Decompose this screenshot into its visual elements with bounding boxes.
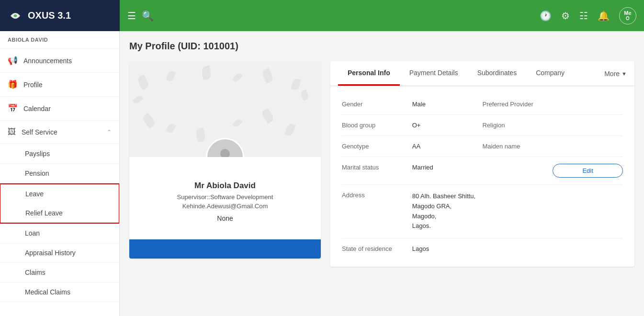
sidebar-item-leave[interactable]: Leave: [0, 184, 119, 203]
sidebar-item-claims-label: Claims: [25, 269, 45, 276]
detail-row-state-of-residence: State of residence Lagos: [342, 238, 623, 259]
person-icon: [213, 145, 237, 157]
page-title: My Profile (UID: 101001): [129, 41, 634, 52]
sidebar-item-leave-label: Leave: [25, 190, 44, 198]
brand: OXUS 3.1: [0, 0, 120, 31]
profile-icon: 🎁: [8, 79, 18, 90]
tab-more[interactable]: More ▼: [604, 62, 627, 85]
label-maiden-name: Maiden name: [483, 143, 553, 150]
sidebar-item-profile-label: Profile: [23, 81, 112, 89]
cards-row: Mr Abiola David Supervisor::Software Dev…: [129, 61, 634, 267]
label-religion: Religion: [483, 122, 553, 129]
label-state-of-residence: State of residence: [342, 245, 412, 252]
sidebar-user-name: ABIOLA DAVID: [0, 31, 119, 49]
sidebar-item-payslips[interactable]: Payslips: [0, 144, 119, 164]
tab-payment-details[interactable]: Payment Details: [400, 61, 468, 86]
label-preferred-provider: Preferred Provider: [483, 101, 553, 108]
self-service-icon: 🖼: [8, 127, 16, 137]
sidebar-item-medical-claims[interactable]: Medical Claims: [0, 282, 119, 302]
value-blood-group: O+: [412, 122, 483, 129]
value-address: 80 Alh. Basheer Shittu,Magodo GRA,Magodo…: [412, 192, 483, 231]
detail-row-address: Address 80 Alh. Basheer Shittu,Magodo GR…: [342, 185, 623, 238]
detail-row-genotype: Genotype AA Maiden name: [342, 136, 623, 157]
value-gender: Male: [412, 101, 483, 108]
header-actions: 🕐 ⚙ ☷ 🔔 Me O: [540, 7, 636, 24]
svg-point-0: [220, 149, 230, 157]
sidebar-item-loan[interactable]: Loan: [0, 224, 119, 243]
app-header: OXUS 3.1 ☰ 🔍 🕐 ⚙ ☷ 🔔 Me O: [0, 0, 644, 31]
profile-card: Mr Abiola David Supervisor::Software Dev…: [129, 61, 321, 259]
label-gender: Gender: [342, 101, 412, 108]
sidebar-item-profile[interactable]: 🎁 Profile: [0, 73, 119, 97]
profile-action-bar: [129, 239, 321, 259]
profile-status: None: [139, 214, 311, 222]
grid-icon[interactable]: ☷: [579, 10, 588, 22]
sidebar-item-medical-claims-label: Medical Claims: [25, 288, 70, 296]
edit-button[interactable]: Edit: [553, 164, 623, 178]
brand-name: OXUS 3.1: [28, 10, 71, 21]
self-service-chevron-icon: ⌃: [107, 129, 112, 135]
sidebar-item-self-service[interactable]: 🖼 Self Service ⌃: [0, 121, 119, 144]
label-address: Address: [342, 192, 412, 199]
clock-icon[interactable]: 🕐: [540, 10, 552, 22]
tab-personal-info[interactable]: Personal Info: [338, 61, 400, 86]
sidebar-item-calendar-label: Calendar: [23, 105, 112, 113]
value-genotype: AA: [412, 143, 483, 150]
value-marital-status: Married: [412, 164, 483, 171]
sidebar-item-announcements-label: Announcements: [23, 57, 112, 65]
detail-row-marital-status: Marital status Married Edit: [342, 157, 623, 185]
sidebar-item-relief-leave-label: Relief Leave: [25, 209, 63, 217]
search-icon[interactable]: 🔍: [142, 10, 154, 22]
bell-icon[interactable]: 🔔: [598, 10, 610, 22]
profile-info: Mr Abiola David Supervisor::Software Dev…: [129, 157, 321, 239]
profile-role: Supervisor::Software Development: [139, 193, 311, 201]
me-button[interactable]: Me O: [619, 7, 636, 24]
label-genotype: Genotype: [342, 143, 412, 150]
tabs-row: Personal Info Payment Details Subordinat…: [330, 61, 634, 86]
value-state-of-residence: Lagos: [412, 245, 483, 252]
sidebar-item-loan-label: Loan: [25, 229, 40, 237]
tab-company[interactable]: Company: [526, 61, 574, 86]
sidebar: ABIOLA DAVID 📢 Announcements 🎁 Profile 📅…: [0, 31, 120, 316]
details-card: Personal Info Payment Details Subordinat…: [330, 61, 634, 267]
detail-row-blood-group: Blood group O+ Religion: [342, 115, 623, 136]
sidebar-item-pension[interactable]: Pension: [0, 164, 119, 183]
content-area: My Profile (UID: 101001): [120, 31, 644, 316]
brand-logo-icon: [8, 8, 23, 23]
detail-row-gender: Gender Male Preferred Provider: [342, 94, 623, 115]
sidebar-item-self-service-label: Self Service: [22, 128, 101, 136]
tab-more-label: More: [604, 70, 620, 78]
sidebar-item-claims[interactable]: Claims: [0, 263, 119, 282]
personal-info-body: Gender Male Preferred Provider Blood gro…: [330, 86, 634, 267]
profile-card-background: [129, 61, 321, 157]
profile-email: Kehinde.Adewusi@Gmail.Com: [139, 203, 311, 210]
sidebar-item-pension-label: Pension: [25, 169, 49, 177]
sidebar-item-relief-leave[interactable]: Relief Leave: [0, 203, 119, 223]
main-layout: ABIOLA DAVID 📢 Announcements 🎁 Profile 📅…: [0, 31, 644, 316]
menu-icon[interactable]: ☰: [127, 10, 136, 22]
label-marital-status: Marital status: [342, 164, 412, 171]
settings-icon[interactable]: ⚙: [561, 10, 570, 22]
sidebar-item-payslips-label: Payslips: [25, 150, 50, 158]
sidebar-item-appraisal-history[interactable]: Appraisal History: [0, 243, 119, 263]
label-blood-group: Blood group: [342, 122, 412, 129]
sidebar-item-announcements[interactable]: 📢 Announcements: [0, 49, 119, 73]
sidebar-item-calendar[interactable]: 📅 Calendar: [0, 97, 119, 121]
chevron-down-icon: ▼: [621, 71, 627, 77]
avatar: [206, 138, 244, 157]
leave-group-highlight: Leave Relief Leave: [0, 183, 120, 224]
sidebar-item-appraisal-history-label: Appraisal History: [25, 249, 76, 257]
profile-name: Mr Abiola David: [139, 181, 311, 191]
announcements-icon: 📢: [8, 56, 18, 66]
calendar-icon: 📅: [8, 103, 18, 113]
avatar-image: [206, 138, 244, 157]
tab-subordinates[interactable]: Subordinates: [468, 61, 527, 86]
